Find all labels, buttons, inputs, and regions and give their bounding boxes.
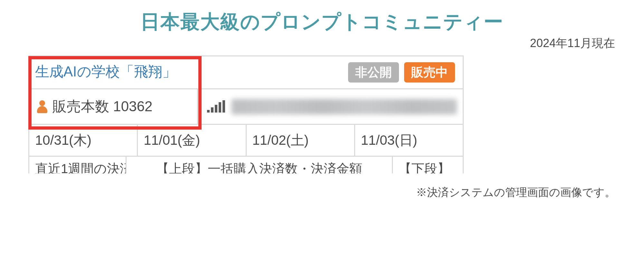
date-cell: 10/31(木) [29,125,138,156]
on-sale-badge: 販売中 [404,62,455,83]
bottom-row: 直近1週間の決済 【上段】一括購入決済数・決済金額 【下段】 [29,157,463,173]
date-note: 2024年11月現在 [530,35,615,51]
page-title: 日本最大級のプロンプトコミュニティー [0,0,644,35]
bottom-left-label: 直近1週間の決済 [29,157,127,173]
date-cell: 11/01(金) [138,125,246,156]
sales-count-cell: 販売本数 10362 [29,89,198,124]
panel-header: 生成AIの学校「飛翔」 非公開 販売中 [29,56,463,89]
dashboard-panel: 生成AIの学校「飛翔」 非公開 販売中 販売本数 10362 10/31(木) … [28,55,464,173]
badge-group: 非公開 販売中 [348,62,455,83]
date-cell: 11/02(土) [247,125,355,156]
person-icon [36,100,48,113]
blurred-revenue-value [232,99,457,114]
bottom-right-label: 【下段】 [392,157,463,173]
bottom-mid-label: 【上段】一括購入決済数・決済金額 [127,157,392,173]
date-cell: 11/03(日) [355,125,463,156]
sales-label: 販売本数 10362 [52,97,153,116]
signal-icon [207,101,225,113]
footnote: ※決済システムの管理画面の画像です。 [416,185,616,200]
product-title-link[interactable]: 生成AIの学校「飛翔」 [35,62,176,81]
private-badge: 非公開 [348,62,399,83]
revenue-cell [198,89,463,124]
date-row: 10/31(木) 11/01(金) 11/02(土) 11/03(日) [29,125,463,157]
stats-row: 販売本数 10362 [29,89,463,125]
